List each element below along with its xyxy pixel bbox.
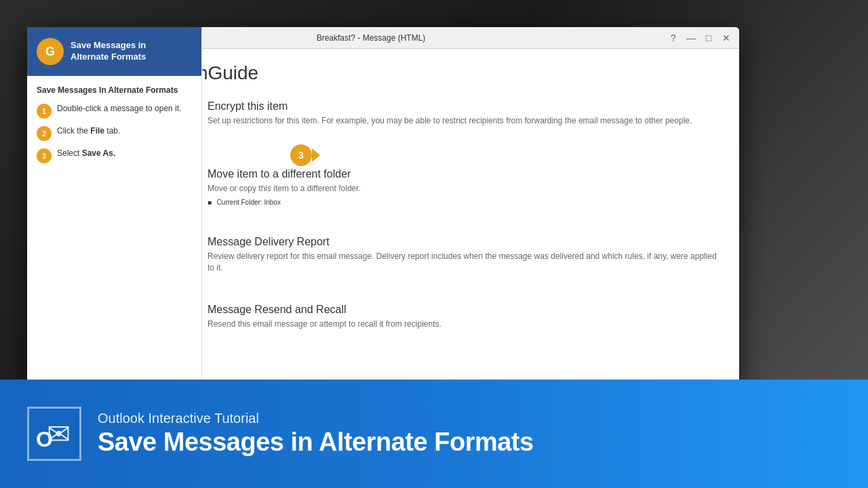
content-brand: CustomGuide <box>142 62 719 84</box>
step-1: 1 Double-click a message to open it. <box>37 103 192 119</box>
file-content-area: CustomGuide 🔒 Encrypt Encrypt this item … <box>122 49 739 393</box>
step3-indicator: 3 <box>290 144 320 166</box>
step-2-text: Click the File tab. <box>57 125 120 137</box>
move-folder-title: Move item to a different folder <box>208 168 719 180</box>
move-folder-text: Move item to a different folder Move or … <box>208 168 719 207</box>
move-folder-item: 📁 Move to Folder ▾ Move item to a differ… <box>142 168 719 222</box>
encrypt-text: Encrypt this item Set up restrictions fo… <box>208 100 719 127</box>
window-controls: ? — □ ✕ <box>667 32 732 44</box>
logo-letter: G <box>45 45 55 59</box>
step-3-num: 3 <box>37 148 52 163</box>
delivery-report-title: Message Delivery Report <box>208 236 719 248</box>
maximize-button[interactable]: □ <box>703 32 715 44</box>
encrypt-title: Encrypt this item <box>208 100 719 113</box>
resend-recall-title: Message Resend and Recall <box>208 304 719 316</box>
tutorial-logo: G <box>37 38 64 65</box>
step-1-text: Double-click a message to open it. <box>57 103 181 115</box>
move-folder-desc: Move or copy this item to a different fo… <box>208 183 719 195</box>
step-3-text: Select Save As. <box>57 148 115 159</box>
resend-recall-text: Message Resend and Recall Resend this em… <box>208 304 719 330</box>
minimize-button[interactable]: — <box>685 32 697 44</box>
banner-title: Save Messages in Alternate Formats <box>98 428 841 457</box>
tutorial-header: G Save Messages inAlternate Formats <box>27 27 201 76</box>
encrypt-item: 🔒 Encrypt Encrypt this item Set up restr… <box>142 100 719 155</box>
resend-recall-desc: Resend this email message or attempt to … <box>208 319 719 330</box>
tutorial-body: Save Messages In Alternate Formats 1 Dou… <box>27 76 201 180</box>
move-folder-sub: ■ Current Folder: Inbox <box>208 197 719 207</box>
tutorial-header-title: Save Messages inAlternate Formats <box>71 40 146 63</box>
bottom-banner: O ✉ Outlook Interactive Tutorial Save Me… <box>0 380 868 488</box>
banner-text: Outlook Interactive Tutorial Save Messag… <box>98 411 841 457</box>
tutorial-sidebar: G Save Messages inAlternate Formats Save… <box>27 27 202 393</box>
delivery-report-desc: Review delivery report for this email me… <box>208 251 719 274</box>
banner-subtitle: Outlook Interactive Tutorial <box>98 411 841 426</box>
resend-recall-item: ✉ Resend or Recall ▾ Message Resend and … <box>142 304 719 358</box>
close-button[interactable]: ✕ <box>720 32 732 44</box>
step-3: 3 Select Save As. <box>37 148 192 163</box>
bullet-icon: ■ <box>208 199 212 206</box>
help-button[interactable]: ? <box>667 32 679 44</box>
step3-circle: 3 <box>290 144 312 166</box>
outlook-logo-box: O ✉ <box>27 407 81 461</box>
outlook-o-letter: O <box>36 427 53 452</box>
tutorial-body-title: Save Messages In Alternate Formats <box>37 85 192 95</box>
delivery-report-text: Message Delivery Report Review delivery … <box>208 236 719 274</box>
step3-arrow-icon <box>312 148 320 162</box>
step-2: 2 Click the File tab. <box>37 125 192 141</box>
encrypt-desc: Set up restrictions for this item. For e… <box>208 115 719 127</box>
step-2-num: 2 <box>37 126 52 141</box>
step-1-num: 1 <box>37 104 52 119</box>
delivery-report-item: 📋 Open Delivery Report Message Delivery … <box>142 236 719 290</box>
